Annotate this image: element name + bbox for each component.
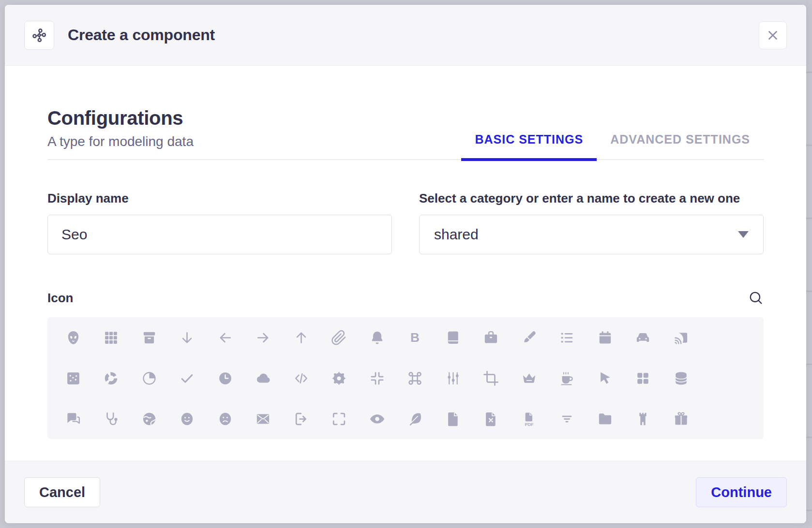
modal-footer: Cancel Continue xyxy=(5,461,806,523)
picker-icon-emotion-happy[interactable] xyxy=(168,398,207,439)
picker-icon-check[interactable] xyxy=(168,358,207,398)
picker-icon-bell[interactable] xyxy=(358,317,396,358)
picker-icon-book[interactable] xyxy=(434,317,472,358)
picker-icon-arrow-down[interactable] xyxy=(168,317,207,358)
modal-title: Create a component xyxy=(68,26,215,44)
picker-icon-doctor[interactable] xyxy=(92,398,131,439)
picker-icon-gate[interactable] xyxy=(624,398,662,439)
picker-icon-cog[interactable] xyxy=(320,358,359,398)
picker-icon-chart-pie[interactable] xyxy=(130,358,168,398)
close-icon xyxy=(766,28,780,43)
picker-icon-expand[interactable] xyxy=(320,398,359,439)
display-name-field: Display name xyxy=(47,191,392,254)
page-scrollbar[interactable] xyxy=(806,0,812,528)
category-select-value: shared xyxy=(434,226,479,243)
picker-icon-brush[interactable] xyxy=(510,317,548,358)
picker-icon-eye[interactable] xyxy=(358,398,396,439)
display-name-input[interactable] xyxy=(47,215,392,254)
picker-icon-emotion-unhappy[interactable] xyxy=(206,398,244,439)
category-field: Select a category or enter a name to cre… xyxy=(419,191,764,254)
picker-icon-code[interactable] xyxy=(282,358,320,398)
icon-grid-row: B xyxy=(54,317,764,358)
picker-icon-file[interactable] xyxy=(434,398,472,439)
picker-icon-dashboard[interactable] xyxy=(624,358,662,398)
section-titles: Configurations A type for modeling data xyxy=(47,107,194,159)
settings-tabs: BASIC SETTINGS ADVANCED SETTINGS xyxy=(461,132,764,159)
category-label: Select a category or enter a name to cre… xyxy=(419,191,764,206)
picker-icon-earth[interactable] xyxy=(130,398,168,439)
picker-icon-chart-bubble[interactable] xyxy=(54,358,92,398)
svg-text:B: B xyxy=(410,330,420,344)
chevron-down-icon xyxy=(738,231,749,238)
picker-icon-cast[interactable] xyxy=(662,317,700,358)
display-name-label: Display name xyxy=(47,191,392,206)
section-subheading: A type for modeling data xyxy=(47,134,194,149)
picker-icon-envelop[interactable] xyxy=(244,398,283,439)
picker-icon-file-pdf[interactable]: PDF xyxy=(510,398,548,439)
picker-icon-clock[interactable] xyxy=(206,358,244,398)
picker-icon-exit[interactable] xyxy=(282,398,320,439)
picker-icon-command[interactable] xyxy=(396,358,435,398)
picker-icon-arrow-left[interactable] xyxy=(206,317,244,358)
picker-icon-collapse[interactable] xyxy=(358,358,396,398)
picker-icon-database[interactable] xyxy=(662,358,700,398)
create-component-modal: Create a component Configurations A type… xyxy=(5,5,806,523)
picker-icon-crop[interactable] xyxy=(472,358,511,398)
picker-icon-cup[interactable] xyxy=(548,358,586,398)
modal-body: Configurations A type for modeling data … xyxy=(5,66,806,461)
picker-icon-cloud[interactable] xyxy=(244,358,283,398)
svg-text:PDF: PDF xyxy=(525,422,533,426)
modal-header: Create a component xyxy=(5,5,806,66)
icon-grid: BPDF xyxy=(47,317,764,439)
picker-icon-bullet-list[interactable] xyxy=(548,317,586,358)
picker-icon-archive[interactable] xyxy=(130,317,168,358)
section-heading: Configurations xyxy=(47,107,194,129)
picker-icon-arrow-right[interactable] xyxy=(244,317,283,358)
picker-icon-car[interactable] xyxy=(624,317,662,358)
icon-search-button[interactable] xyxy=(748,290,764,306)
tab-advanced-settings[interactable]: ADVANCED SETTINGS xyxy=(597,132,764,159)
picker-icon-filter[interactable] xyxy=(548,398,586,439)
picker-icon-alien[interactable] xyxy=(54,317,92,358)
icon-picker-head: Icon xyxy=(47,290,764,306)
picker-icon-attachment[interactable] xyxy=(320,317,359,358)
picker-icon-folder[interactable] xyxy=(586,398,624,439)
picker-icon-feather[interactable] xyxy=(396,398,435,439)
icon-grid-row: PDF xyxy=(54,398,764,439)
picker-icon-file-error[interactable] xyxy=(472,398,511,439)
cancel-button[interactable]: Cancel xyxy=(24,477,100,507)
icon-picker-label: Icon xyxy=(47,291,73,306)
picker-icon-cursor[interactable] xyxy=(586,358,624,398)
picker-icon-gift[interactable] xyxy=(662,398,700,439)
picker-icon-calendar[interactable] xyxy=(586,317,624,358)
category-select[interactable]: shared xyxy=(419,215,764,254)
search-icon xyxy=(748,290,764,306)
picker-icon-discuss[interactable] xyxy=(54,398,92,439)
picker-icon-arrow-up[interactable] xyxy=(282,317,320,358)
picker-icon-crown[interactable] xyxy=(510,358,548,398)
section-head: Configurations A type for modeling data … xyxy=(47,107,764,160)
picker-icon-controls[interactable] xyxy=(434,358,472,398)
icon-grid-row xyxy=(54,358,764,398)
component-icon xyxy=(24,21,54,50)
picker-icon-briefcase[interactable] xyxy=(472,317,511,358)
picker-icon-apps[interactable] xyxy=(92,317,131,358)
picker-icon-bold[interactable]: B xyxy=(396,317,435,358)
continue-button[interactable]: Continue xyxy=(696,477,787,507)
close-button[interactable] xyxy=(759,21,787,49)
tab-basic-settings[interactable]: BASIC SETTINGS xyxy=(461,132,597,159)
picker-icon-chart-circle[interactable] xyxy=(92,358,131,398)
form-row: Display name Select a category or enter … xyxy=(47,191,764,254)
